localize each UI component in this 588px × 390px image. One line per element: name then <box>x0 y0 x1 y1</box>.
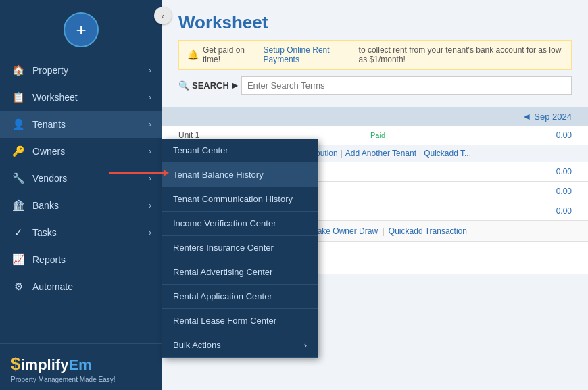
page-title: Worksheet <box>178 12 572 33</box>
sidebar: ‹ + 🏠 Property › 📋 Worksheet › 👤 Tenants… <box>0 0 162 390</box>
sidebar-item-label: Banks <box>32 200 149 211</box>
search-input[interactable] <box>241 76 572 95</box>
bell-icon: 🔔 <box>187 49 199 60</box>
sidebar-item-label: Reports <box>32 254 151 265</box>
alert-suffix: to collect rent from your tenant's bank … <box>359 45 563 64</box>
dropdown-item-renters-insurance[interactable]: Renters Insurance Center <box>162 236 318 260</box>
sidebar-navigation: 🏠 Property › 📋 Worksheet › 👤 Tenants › 🔑… <box>0 57 162 343</box>
dropdown-item-rental-lease[interactable]: Rental Lease Form Center <box>162 309 318 333</box>
logo-rest: implify <box>20 356 68 373</box>
sidebar-item-label: Property <box>32 65 149 76</box>
dropdown-label: Rental Advertising Center <box>173 267 272 277</box>
logo-s: $ <box>11 354 20 374</box>
month-label: Sep 2024 <box>534 112 572 122</box>
banks-icon: 🏦 <box>11 199 26 212</box>
chevron-right-icon: › <box>149 147 151 156</box>
logo: $implifyEm Property Management Made Easy… <box>0 343 162 390</box>
dropdown-label: Rental Application Center <box>173 291 272 301</box>
dropdown-label: Income Verification Center <box>173 218 276 228</box>
dropdown-label: Tenant Balance History <box>173 170 264 180</box>
separator-2: | <box>341 149 343 158</box>
chevron-right-icon: › <box>304 340 307 350</box>
tenants-icon: 👤 <box>11 118 26 130</box>
alert-link[interactable]: Setup Online Rent Payments <box>264 45 349 64</box>
automate-icon: ⚙ <box>11 281 26 293</box>
worksheet-icon: 📋 <box>11 91 26 103</box>
chevron-right-icon: › <box>149 66 151 75</box>
sidebar-item-label: Tenants <box>32 119 149 130</box>
table-header: ◄ Sep 2024 <box>162 107 588 126</box>
alert-bar: 🔔 Get paid on time! Setup Online Rent Pa… <box>178 40 572 70</box>
dropdown-label: Bulk Actions <box>173 340 221 350</box>
row-amount: 0.00 <box>556 130 572 140</box>
add-another-tenant-link[interactable]: Add Another Tenant <box>345 149 416 158</box>
owners-icon: 🔑 <box>11 145 26 157</box>
logo-tagline: Property Management Made Easy! <box>11 376 151 383</box>
dropdown-item-income-verify[interactable]: Income Verification Center <box>162 212 318 236</box>
dropdown-item-tenant-center[interactable]: Tenant Center <box>162 139 318 163</box>
alert-text: Get paid on time! <box>203 45 253 64</box>
arrow-line <box>109 172 164 174</box>
chevron-right-icon: › <box>149 120 151 129</box>
tenants-dropdown-menu: Tenant Center Tenant Balance History Ten… <box>162 139 318 358</box>
sidebar-item-automate[interactable]: ⚙ Automate <box>0 273 162 300</box>
reports-icon: 📈 <box>11 253 26 266</box>
add-button[interactable]: + <box>64 12 99 47</box>
sidebar-item-label: Automate <box>32 281 151 292</box>
dropdown-item-rental-advertising[interactable]: Rental Advertising Center <box>162 260 318 285</box>
dropdown-label: Renters Insurance Center <box>173 243 274 253</box>
search-label: 🔍 SEARCH ▶ <box>178 80 237 91</box>
sidebar-item-tasks[interactable]: ✓ Tasks › <box>0 219 162 246</box>
dropdown-item-bulk-actions[interactable]: Bulk Actions › <box>162 333 318 358</box>
logo-text: $implifyEm <box>11 354 151 374</box>
search-bar: 🔍 SEARCH ▶ <box>178 76 572 95</box>
collapse-button[interactable]: ‹ <box>154 7 172 24</box>
sep-e2: | <box>382 226 384 236</box>
separator-3: | <box>419 149 421 158</box>
sidebar-item-label: Worksheet <box>32 92 149 103</box>
dropdown-item-rental-application[interactable]: Rental Application Center <box>162 285 318 309</box>
add-button-container: + <box>0 0 162 57</box>
sidebar-item-banks[interactable]: 🏦 Banks › <box>0 192 162 219</box>
dropdown-label: Tenant Communication History <box>173 194 293 204</box>
dropdown-item-tenant-comm[interactable]: Tenant Communication History <box>162 187 318 212</box>
logo-em: Em <box>68 356 91 373</box>
property-icon: 🏠 <box>11 64 26 76</box>
sidebar-item-reports[interactable]: 📈 Reports <box>0 246 162 273</box>
search-arrow-icon: ▶ <box>232 81 237 90</box>
sidebar-item-tenants[interactable]: 👤 Tenants › <box>0 111 162 138</box>
arrow-head <box>164 170 169 176</box>
vendors-icon: 🔧 <box>11 172 26 185</box>
chevron-right-icon: › <box>149 228 151 237</box>
page-header: Worksheet 🔔 Get paid on time! Setup Onli… <box>162 0 588 107</box>
sidebar-item-worksheet[interactable]: 📋 Worksheet › <box>0 84 162 111</box>
sidebar-item-vendors[interactable]: 🔧 Vendors › <box>0 165 162 192</box>
dropdown-label: Tenant Center <box>173 145 228 155</box>
sidebar-item-property[interactable]: 🏠 Property › <box>0 57 162 84</box>
search-label-text: SEARCH <box>192 80 229 91</box>
chevron-right-icon: › <box>149 93 151 102</box>
chevron-right-icon: › <box>149 201 151 210</box>
make-owner-draw-link[interactable]: Make Owner Draw <box>311 226 378 236</box>
zero-amount-2: 0.00 <box>556 187 572 196</box>
dropdown-label: Rental Lease Form Center <box>173 316 276 326</box>
quickadd-transaction-link[interactable]: Quickadd Transaction <box>389 226 467 236</box>
tasks-icon: ✓ <box>11 226 26 239</box>
sidebar-item-label: Owners <box>32 146 149 157</box>
dropdown-item-tenant-balance[interactable]: Tenant Balance History <box>162 163 318 187</box>
arrow-indicator <box>109 170 169 176</box>
sidebar-item-owners[interactable]: 🔑 Owners › <box>0 138 162 165</box>
prev-month-icon[interactable]: ◄ <box>522 111 531 122</box>
search-icon: 🔍 <box>178 80 189 91</box>
zero-amount-1: 0.00 <box>556 167 572 176</box>
row-status-paid: Paid <box>370 131 385 139</box>
sidebar-item-label: Tasks <box>32 227 149 238</box>
quickadd-link[interactable]: Quickadd T... <box>424 149 471 158</box>
zero-amount-3: 0.00 <box>556 206 572 216</box>
